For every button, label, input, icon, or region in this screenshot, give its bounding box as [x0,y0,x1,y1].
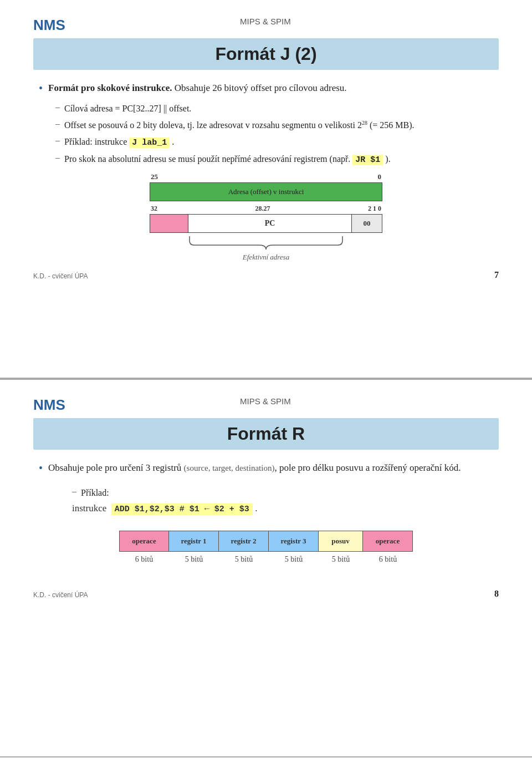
sub-dash-3: – [55,135,60,145]
sub-dash-2: – [55,119,60,129]
sub-text-3: Příklad: instrukce J lab_1 . [64,135,174,150]
r-bits-3: 5 bitů [269,555,319,564]
bullet-text-2: Obsahuje pole pro určení 3 registrů (sou… [48,461,461,475]
r-table-header: operace registr 1 registr 2 registr 3 po… [39,531,493,552]
slide-2-title-bar: Formát R [33,418,499,450]
slide-2-subtitle: MIPS & SPIM [65,396,466,406]
diag-label-25: 25 [151,172,158,181]
example-label-text: Příklad: [81,486,109,500]
diag-pink-box [150,214,188,233]
r-bits-2: 5 bitů [219,555,269,564]
sub-dash-4: – [55,152,60,162]
main-bullet-1: • Formát pro skokové instrukce. Obsahuje… [39,81,493,95]
sub-bullet-2: – Offset se posouvá o 2 bity doleva, tj.… [55,119,493,132]
j-format-diagram: 25 0 Adresa (offset) v instrukci 32 28.2… [150,172,382,262]
slide-2: NMS MIPS & SPIM Formát R • Obsahuje pole… [0,379,532,757]
slide-1-title-bar: Formát J (2) [33,38,499,70]
diag-gray-box: 00 [352,214,382,233]
r-cell-operace-2: operace [363,531,413,552]
example-instruction-row: instrukce ADD $1,$2,$3 # $1 ← $2 + $3 . [72,503,493,514]
diag-pc-box: PC [188,214,352,233]
example-code-2: JR $1 [352,155,383,165]
sub-dash-5: – [72,486,76,496]
r-bits-5: 6 bitů [363,555,413,564]
slide-1-title: Formát J (2) [44,44,488,64]
sub-text-4: Pro skok na absolutní adresu se musí pou… [64,152,391,167]
diag-green-box: Adresa (offset) v instrukci [150,182,382,201]
bullet-dot-2: • [39,462,43,475]
example-section: – Příklad: instrukce ADD $1,$2,$3 # $1 ←… [55,486,493,514]
slide-1-header: NMS MIPS & SPIM [33,17,499,34]
diag-label-2827: 28.27 [255,205,270,213]
footer-page-2: 8 [494,589,499,599]
r-cell-registr3: registr 3 [269,531,319,552]
slide-2-title: Formát R [44,424,488,444]
diag-brace-area [150,235,382,252]
main-bullet-2: • Obsahuje pole pro určení 3 registrů (s… [39,461,493,475]
bullet-text-1: Formát pro skokové instrukce. Obsahuje 2… [48,81,347,95]
example-prefix-text: instrukce [72,503,106,513]
slide-2-header: NMS MIPS & SPIM [33,396,499,414]
diag-label-0: 0 [378,172,382,181]
r-cell-operace-1: operace [119,531,169,552]
footer-left-2: K.D. - cvičení ÚPA [33,591,88,599]
sub-text-2: Offset se posouvá o 2 bity doleva, tj. l… [64,119,415,132]
diag-label-32: 32 [151,205,157,213]
sub-bullet-4: – Pro skok na absolutní adresu se musí p… [55,152,493,167]
diag-row2-boxes: PC 00 [150,214,382,233]
bullet-dot-1: • [39,82,43,95]
example-code-r: ADD $1,$2,$3 # $1 ← $2 + $3 [111,503,253,515]
slide-2-content: • Obsahuje pole pro určení 3 registrů (s… [33,461,499,564]
r-bits-1: 5 bitů [169,555,219,564]
slide-1-footer: K.D. - cvičení ÚPA 7 [33,267,499,280]
r-bits-4: 5 bitů [319,555,363,564]
sub-dash-1: – [55,102,60,112]
footer-left-1: K.D. - cvičení ÚPA [33,272,88,280]
sub-bullet-3: – Příklad: instrukce J lab_1 . [55,135,493,150]
slide-2-footer: K.D. - cvičení ÚPA 8 [33,586,499,599]
r-cell-posuv: posuv [319,531,363,552]
slide-1: NMS MIPS & SPIM Formát J (2) • Formát pr… [0,0,532,379]
example-code-1: J lab_1 [129,138,170,148]
nms-logo-1: NMS [33,17,65,34]
brace-svg [150,235,382,252]
diag-label-210: 2 1 0 [368,205,381,213]
efektivni-label: Efektivní adresa [150,253,382,262]
slide-1-content: • Formát pro skokové instrukce. Obsahuje… [33,81,499,262]
nms-logo-2: NMS [33,396,65,414]
r-cell-registr1: registr 1 [169,531,219,552]
example-label-row: – Příklad: [72,486,493,500]
footer-page-1: 7 [494,270,499,280]
slide-1-subtitle: MIPS & SPIM [65,17,466,26]
r-cell-registr2: registr 2 [219,531,269,552]
r-format-table-section: operace registr 1 registr 2 registr 3 po… [39,531,493,564]
sub-bullet-1: – Cílová adresa = PC[32..27] || offset. [55,102,493,115]
r-bits-0: 6 bitů [119,555,169,564]
sub-text-1: Cílová adresa = PC[32..27] || offset. [64,102,191,115]
r-table-bits: 6 bitů 5 bitů 5 bitů 5 bitů 5 bitů 6 bit… [39,555,493,564]
